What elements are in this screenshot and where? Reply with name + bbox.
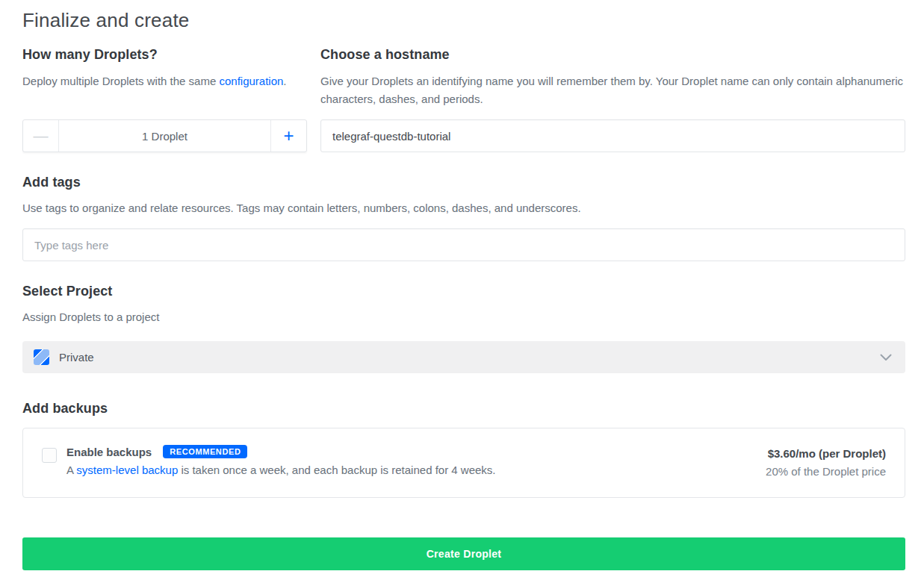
project-description: Assign Droplets to a project: [22, 308, 905, 326]
project-select[interactable]: Private: [22, 341, 905, 373]
hostname-description: Give your Droplets an identifying name y…: [320, 72, 905, 108]
finalize-and-create-page: Finalize and create How many Droplets? D…: [0, 0, 924, 570]
backups-price-block: $3.60/mo (per Droplet) 20% of the Drople…: [751, 445, 886, 481]
hostname-input[interactable]: [320, 119, 905, 152]
enable-backups-checkbox[interactable]: [42, 448, 57, 463]
chevron-down-icon: [880, 351, 892, 364]
droplet-count-desc-text: Deploy multiple Droplets with the same: [22, 75, 219, 87]
droplet-count-value: 1 Droplet: [59, 120, 270, 152]
top-row: How many Droplets? Deploy multiple Dropl…: [22, 47, 905, 152]
backups-desc-suffix: is taken once a week, and each backup is…: [178, 464, 495, 476]
project-folder-icon: [34, 349, 49, 365]
configuration-link[interactable]: configuration: [219, 75, 283, 87]
droplet-count-desc-suffix: .: [283, 75, 286, 87]
project-selected-value: Private: [59, 351, 94, 364]
project-heading: Select Project: [22, 284, 905, 299]
droplet-count-section: How many Droplets? Deploy multiple Dropl…: [22, 47, 307, 152]
tags-heading: Add tags: [22, 175, 905, 190]
increase-droplets-button[interactable]: +: [270, 120, 306, 152]
enable-backups-label: Enable backups: [66, 446, 152, 458]
backups-description: A system-level backup is taken once a we…: [66, 464, 496, 476]
backup-price: $3.60/mo (per Droplet): [766, 445, 886, 463]
tags-description: Use tags to organize and relate resource…: [22, 199, 905, 217]
backups-desc-prefix: A: [66, 464, 76, 476]
backups-heading: Add backups: [22, 401, 905, 417]
backups-text-block: Enable backups RECOMMENDED A system-leve…: [66, 445, 496, 476]
droplet-count-stepper: — 1 Droplet +: [22, 119, 307, 152]
project-section: Select Project Assign Droplets to a proj…: [22, 284, 905, 373]
droplet-count-description: Deploy multiple Droplets with the same c…: [22, 72, 307, 108]
backups-section: Add backups Enable backups RECOMMENDED A…: [22, 401, 905, 498]
droplet-count-heading: How many Droplets?: [22, 47, 307, 63]
create-droplet-button[interactable]: Create Droplet: [22, 537, 905, 570]
hostname-heading: Choose a hostname: [320, 47, 905, 63]
backups-card: Enable backups RECOMMENDED A system-leve…: [22, 428, 905, 498]
backup-price-note: 20% of the Droplet price: [766, 463, 886, 481]
system-level-backup-link[interactable]: system-level backup: [76, 464, 178, 476]
decrease-droplets-button[interactable]: —: [23, 120, 59, 152]
tags-input[interactable]: [22, 228, 905, 261]
page-title: Finalize and create: [22, 9, 905, 32]
hostname-section: Choose a hostname Give your Droplets an …: [320, 47, 905, 152]
recommended-badge: RECOMMENDED: [163, 445, 247, 458]
tags-section: Add tags Use tags to organize and relate…: [22, 175, 905, 261]
